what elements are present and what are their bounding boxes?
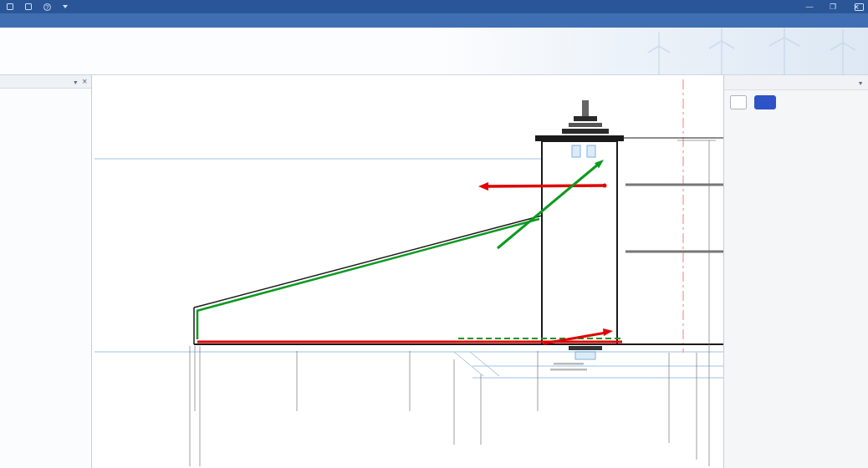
help-icon — [43, 3, 51, 11]
right-section-lines — [625, 185, 723, 252]
save-icon — [7, 3, 13, 10]
panel-collapse-caret-icon[interactable] — [859, 78, 862, 87]
panel-header — [724, 75, 868, 90]
apply-button[interactable] — [754, 95, 776, 109]
navigation-list — [38, 89, 91, 468]
force-arrows — [478, 160, 613, 343]
ribbon-style-icon[interactable] — [855, 3, 864, 11]
navigation-panel — [0, 75, 92, 468]
foundation-cross-section — [92, 75, 723, 468]
main-area — [0, 75, 868, 468]
help-button[interactable] — [43, 3, 54, 11]
navigation-header — [0, 75, 91, 89]
minimize-button[interactable] — [804, 3, 814, 11]
ribbon — [0, 28, 868, 75]
wind-turbine-background — [508, 28, 868, 75]
toolbar-dropdown-caret-icon[interactable] — [63, 5, 68, 8]
rebar-edit-panel — [723, 75, 868, 468]
save-button[interactable] — [7, 3, 16, 10]
drawing-canvas[interactable] — [92, 75, 723, 468]
extension-lines — [190, 140, 716, 466]
project-tab-column — [0, 89, 38, 468]
panel-buttons — [724, 90, 868, 113]
main-rebar-lines — [197, 219, 622, 342]
nav-close-icon[interactable] — [82, 77, 87, 86]
maximize-button[interactable] — [828, 3, 838, 11]
titlebar — [0, 0, 868, 13]
navigation-body — [0, 89, 91, 468]
save-as-icon — [25, 3, 32, 10]
save-as-button[interactable] — [25, 3, 34, 10]
quick-access-toolbar — [0, 3, 68, 11]
app-window — [0, 0, 868, 468]
window-controls — [804, 0, 861, 13]
menu-tabs — [0, 13, 868, 28]
nav-collapse-caret-icon[interactable] — [74, 77, 77, 86]
auto-select-rebar-button[interactable] — [730, 95, 747, 109]
